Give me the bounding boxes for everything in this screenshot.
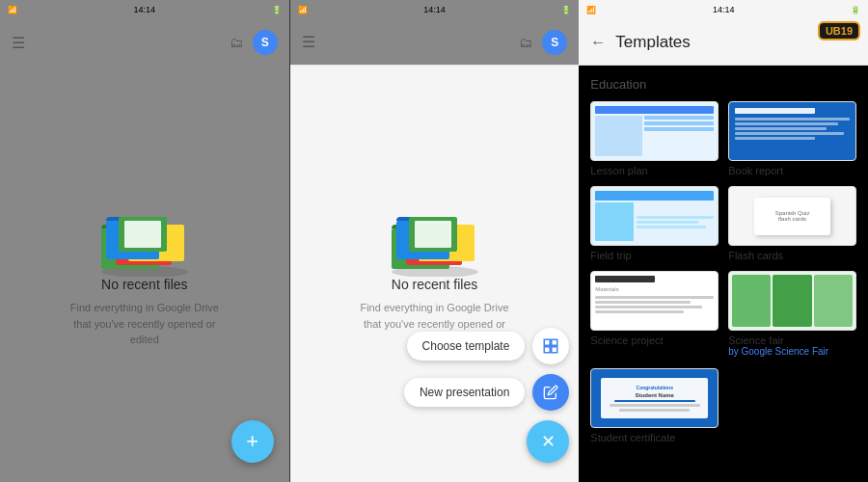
pencil-icon-button[interactable] bbox=[532, 374, 569, 411]
svg-rect-17 bbox=[552, 347, 557, 353]
status-bar-2: 📶 14:14 🔋 bbox=[290, 0, 580, 19]
template-lesson-plan[interactable]: Lesson plan bbox=[590, 101, 719, 176]
folder-icon-1[interactable]: 🗂 bbox=[230, 35, 243, 50]
label-science-project: Science project bbox=[590, 335, 719, 346]
folders-illustration-2 bbox=[382, 200, 488, 277]
choose-template-button[interactable]: Choose template bbox=[407, 332, 526, 361]
template-icon-button[interactable] bbox=[532, 328, 569, 364]
time-2: 14:14 bbox=[423, 5, 446, 14]
svg-rect-13 bbox=[415, 221, 451, 248]
svg-rect-16 bbox=[545, 347, 551, 353]
label-science-fair: Science fair bbox=[728, 335, 856, 346]
avatar-1[interactable]: S bbox=[253, 30, 278, 55]
label-student-cert: Student certificate bbox=[590, 432, 719, 443]
signal-icon-2: 📶 bbox=[298, 6, 308, 14]
label-lesson-plan: Lesson plan bbox=[590, 165, 719, 176]
thumb-book-report bbox=[728, 101, 856, 161]
cert-inner: Congratulations Student Name bbox=[601, 378, 708, 418]
svg-rect-14 bbox=[545, 339, 551, 345]
label-flash-cards: Flash cards bbox=[728, 250, 856, 261]
flash-card-inner: Spanish Quizflash cards bbox=[754, 198, 830, 235]
search-placeholder-2[interactable]: Search Slides bbox=[325, 35, 510, 49]
time-1: 14:14 bbox=[134, 5, 156, 14]
thumb-student-cert: Congratulations Student Name bbox=[590, 368, 719, 428]
new-presentation-row: New presentation bbox=[404, 374, 569, 411]
hamburger-icon-2[interactable]: ☰ bbox=[302, 33, 315, 51]
templates-grid: Lesson plan Book report bbox=[590, 101, 856, 357]
status-right-3: 🔋 bbox=[851, 6, 860, 14]
close-fab-row: ✕ bbox=[527, 420, 569, 463]
new-presentation-button[interactable]: New presentation bbox=[404, 378, 525, 407]
hamburger-icon-1[interactable]: ☰ bbox=[12, 34, 25, 52]
template-science-project[interactable]: Materials Science project bbox=[590, 271, 719, 357]
no-recent-desc-1: Find everything in Google Drive that you… bbox=[68, 300, 222, 348]
panel-3: 📶 14:14 🔋 UB19 ← Templates Education bbox=[579, 0, 868, 482]
thumb-science-project: Materials bbox=[590, 271, 719, 331]
status-bar-3: 📶 14:14 🔋 bbox=[579, 0, 868, 19]
template-flash-cards[interactable]: Spanish Quizflash cards Flash cards bbox=[728, 186, 856, 261]
time-3: 14:14 bbox=[713, 5, 735, 14]
battery-icon-1: 🔋 bbox=[272, 6, 282, 14]
thumb-flash-cards: Spanish Quizflash cards bbox=[728, 186, 856, 246]
thumb-field-trip bbox=[590, 186, 719, 246]
status-left-2: 📶 bbox=[298, 6, 308, 14]
templates-list: Education Lesson plan bbox=[579, 66, 868, 482]
close-fab-button[interactable]: ✕ bbox=[527, 420, 569, 463]
template-student-cert[interactable]: Congratulations Student Name Student cer… bbox=[590, 368, 719, 443]
status-right-1: 🔋 bbox=[272, 6, 282, 14]
svg-rect-15 bbox=[552, 339, 557, 345]
battery-icon-3: 🔋 bbox=[851, 6, 860, 14]
status-left-1: 📶 bbox=[8, 6, 17, 14]
cert-title-text: Congratulations bbox=[637, 385, 673, 390]
label-field-trip: Field trip bbox=[590, 250, 719, 261]
cert-name-text: Student Name bbox=[636, 392, 674, 398]
no-recent-title-2: No recent files bbox=[392, 277, 477, 292]
section-education: Education bbox=[590, 77, 856, 92]
signal-icon-3: 📶 bbox=[586, 6, 596, 14]
avatar-2[interactable]: S bbox=[542, 30, 567, 55]
label-science-fair-subtitle: by Google Science Fair bbox=[728, 346, 856, 357]
svg-rect-6 bbox=[124, 221, 161, 248]
thumb-science-fair bbox=[728, 271, 856, 331]
label-book-report: Book report bbox=[728, 165, 856, 176]
app-bar-1: ☰ Search Slides 🗂 S bbox=[0, 19, 289, 66]
signal-icon-1: 📶 bbox=[8, 6, 17, 14]
panel-2: 📶 14:14 🔋 ☰ Search Slides 🗂 S No recent bbox=[290, 0, 580, 482]
no-recent-title-1: No recent files bbox=[101, 277, 187, 292]
content-1: No recent files Find everything in Googl… bbox=[0, 66, 289, 482]
template-science-fair[interactable]: Science fair by Google Science Fair bbox=[728, 271, 856, 357]
back-arrow-icon[interactable]: ← bbox=[590, 34, 606, 51]
status-bar-1: 📶 14:14 🔋 bbox=[0, 0, 289, 19]
template-book-report[interactable]: Book report bbox=[728, 101, 856, 176]
thumb-lesson-plan bbox=[590, 101, 719, 161]
battery-icon-2: 🔋 bbox=[561, 6, 571, 14]
status-right-2: 🔋 bbox=[561, 6, 571, 14]
panel-1: 📶 14:14 🔋 ☰ Search Slides 🗂 S bbox=[0, 0, 290, 482]
choose-template-row: Choose template bbox=[407, 328, 570, 364]
fab-1[interactable]: + bbox=[231, 420, 274, 463]
action-buttons: Choose template New presentation ✕ bbox=[404, 328, 569, 463]
search-placeholder-1[interactable]: Search Slides bbox=[35, 36, 220, 50]
status-left-3: 📶 bbox=[586, 6, 596, 14]
app-bar-2: ☰ Search Slides 🗂 S bbox=[290, 19, 580, 66]
watermark: UB19 bbox=[818, 21, 860, 40]
folders-illustration-1 bbox=[92, 200, 198, 277]
template-field-trip[interactable]: Field trip bbox=[590, 186, 719, 261]
folder-icon-2[interactable]: 🗂 bbox=[519, 35, 532, 50]
